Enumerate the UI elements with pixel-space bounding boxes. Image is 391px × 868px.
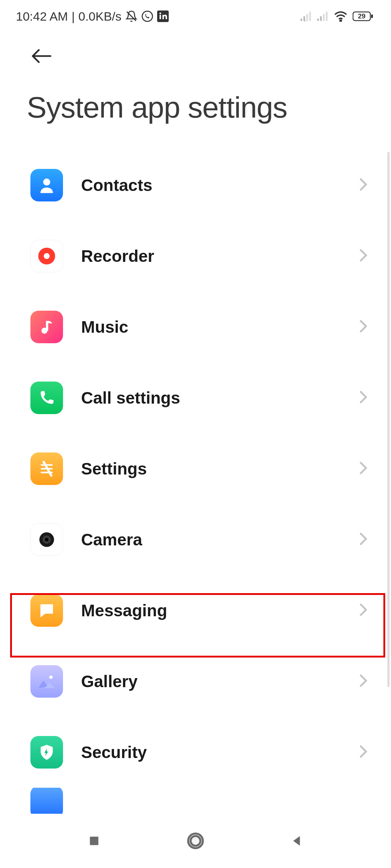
recent-apps-button[interactable]: [80, 826, 109, 855]
status-speed: 0.0KB/s: [79, 9, 122, 24]
messaging-icon: [30, 594, 63, 627]
list-item-settings[interactable]: Settings: [0, 433, 391, 504]
svg-rect-30: [90, 837, 98, 845]
status-time: 10:42 AM: [16, 9, 68, 24]
page-title: System app settings: [0, 72, 391, 139]
list-item-contacts[interactable]: Contacts: [0, 150, 391, 221]
music-icon: [30, 311, 63, 343]
svg-rect-5: [300, 18, 302, 21]
svg-point-14: [340, 20, 341, 22]
svg-rect-7: [306, 14, 308, 21]
chevron-right-icon: [358, 248, 369, 264]
svg-text:x: x: [304, 19, 307, 21]
svg-rect-13: [326, 12, 328, 21]
chevron-right-icon: [358, 603, 369, 618]
signal-2-icon: [317, 11, 329, 21]
back-button[interactable]: [29, 43, 54, 69]
list-item-call-settings[interactable]: Call settings: [0, 362, 391, 433]
bell-off-icon: [125, 10, 138, 22]
scroll-indicator: [387, 152, 390, 687]
status-left: 10:42 AM | 0.0KB/s: [16, 9, 169, 24]
list-item-partial[interactable]: [0, 788, 391, 817]
svg-point-18: [43, 179, 50, 186]
app-list: Contacts Recorder Music Call settings: [0, 139, 391, 817]
svg-point-28: [45, 538, 49, 541]
svg-point-32: [191, 836, 201, 846]
chevron-right-icon: [358, 319, 369, 335]
svg-point-4: [159, 13, 161, 14]
svg-rect-12: [323, 14, 325, 21]
back-nav-button[interactable]: [282, 826, 311, 855]
home-button[interactable]: [181, 826, 210, 855]
svg-rect-3: [159, 15, 161, 19]
list-item-label: Recorder: [81, 246, 358, 266]
phone-icon: [30, 382, 63, 414]
battery-level: 29: [353, 11, 371, 22]
list-item-music[interactable]: Music: [0, 292, 391, 362]
status-bar: 10:42 AM | 0.0KB/s x 29: [0, 0, 391, 33]
list-item-label: Camera: [81, 530, 358, 549]
settings-icon: [30, 452, 63, 485]
svg-rect-22: [46, 321, 48, 331]
status-right: x 29: [300, 11, 374, 22]
list-item-label: Call settings: [81, 388, 358, 408]
wifi-icon: [334, 11, 348, 22]
list-item-security[interactable]: Security: [0, 717, 391, 788]
contacts-icon: [30, 169, 63, 201]
svg-rect-10: [317, 18, 319, 21]
recorder-icon: [30, 240, 63, 272]
list-item-gallery[interactable]: Gallery: [0, 646, 391, 717]
chevron-right-icon: [358, 177, 369, 193]
chevron-right-icon: [358, 461, 369, 477]
list-item-label: Contacts: [81, 175, 358, 195]
whatsapp-icon: [141, 10, 154, 22]
security-icon: [30, 736, 63, 769]
battery-icon: 29: [353, 11, 374, 22]
list-item-recorder[interactable]: Recorder: [0, 221, 391, 292]
list-item-messaging[interactable]: Messaging: [0, 575, 391, 646]
gallery-icon: [30, 665, 63, 698]
linkedin-icon: [157, 10, 169, 22]
list-item-camera[interactable]: Camera: [0, 504, 391, 575]
svg-point-29: [49, 676, 52, 679]
calendar-icon: [30, 788, 63, 817]
svg-rect-8: [309, 12, 311, 21]
chevron-right-icon: [358, 673, 369, 689]
chevron-right-icon: [358, 532, 369, 548]
chevron-right-icon: [358, 744, 369, 760]
list-item-label: Music: [81, 317, 358, 337]
svg-rect-16: [371, 14, 373, 18]
navigation-bar: [0, 814, 391, 868]
svg-point-1: [142, 11, 152, 21]
list-item-label: Security: [81, 743, 358, 762]
signal-1-icon: x: [300, 11, 312, 21]
list-item-label: Gallery: [81, 672, 358, 691]
svg-point-20: [44, 253, 50, 259]
list-item-label: Settings: [81, 459, 358, 478]
chevron-right-icon: [358, 390, 369, 406]
list-item-label: Messaging: [81, 601, 358, 620]
svg-rect-11: [320, 16, 322, 21]
camera-icon: [30, 523, 63, 556]
